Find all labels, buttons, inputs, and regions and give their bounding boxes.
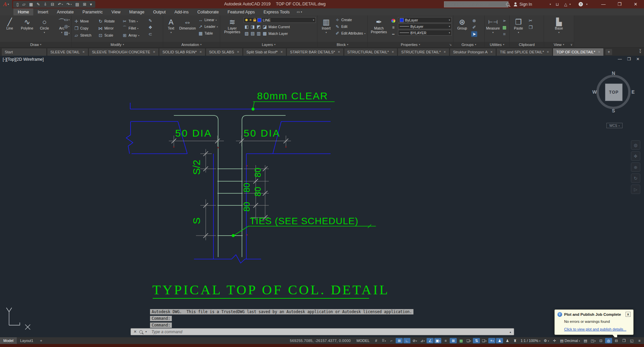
orbit-icon[interactable]: ↻: [631, 174, 640, 183]
file-tab[interactable]: STARTER BAR DETAILS* ✕: [287, 48, 344, 56]
qat-icon[interactable]: ✎: [37, 2, 40, 7]
status-tool-icon[interactable]: ❒: [621, 338, 628, 343]
qat-icon[interactable]: ▱: [22, 2, 26, 7]
clipboard-mini-button[interactable]: ✂: [528, 18, 534, 23]
group-mini-button[interactable]: ⊗: [471, 18, 477, 23]
autodesk-app-icon[interactable]: △: [564, 0, 567, 8]
draw-tool-button[interactable]: ╱Line: [1, 16, 18, 42]
zoom-icon[interactable]: ⊕: [631, 162, 640, 172]
notification-link[interactable]: Click to view plot and publish details..…: [564, 327, 626, 331]
panel-label-layers[interactable]: Layers▾: [220, 42, 317, 47]
modify-mini-button[interactable]: ✎: [147, 18, 153, 23]
modify-tool-button[interactable]: ⊞Array: [121, 32, 146, 39]
ribbon-tab[interactable]: Home: [13, 8, 33, 15]
qat-icon[interactable]: ⇩: [44, 2, 47, 7]
file-tab[interactable]: TOP OF COL.DETAIL* ✕: [553, 48, 604, 56]
file-tab[interactable]: SLEEVE THROUGH CONCRETE ✕: [89, 48, 159, 56]
layout1-tab[interactable]: Layout1: [17, 337, 37, 344]
viewcube-top-face[interactable]: TOP: [605, 84, 623, 101]
qat-icon[interactable]: ↷: [66, 2, 71, 7]
group-mini-button[interactable]: ✐: [471, 24, 477, 30]
drawing-canvas[interactable]: 80mm CLEAR 50 DIA 50 DIA S/2 S 80 80 80 …: [0, 56, 644, 337]
status-toggle-icon[interactable]: ▣: [434, 338, 441, 343]
isolate-objects-icon[interactable]: ✛: [551, 338, 558, 343]
draw-mini-button[interactable]: ▭: [64, 17, 70, 22]
match-layer-button[interactable]: Match Layer: [268, 32, 288, 36]
panel-label-utilities[interactable]: Utilities▾: [485, 42, 509, 47]
status-toggle-icon[interactable]: ⊠: [450, 338, 457, 343]
match-properties-button[interactable]: ✒Match Properties: [369, 16, 389, 42]
new-tab-button[interactable]: +: [605, 49, 612, 55]
status-toggle-icon[interactable]: ❏: [481, 338, 488, 343]
status-toggle-icon[interactable]: ⇅: [473, 338, 480, 343]
qat-icon[interactable]: ▾: [90, 2, 92, 7]
model-space-badge[interactable]: MODEL: [356, 339, 369, 343]
draw-mini-button[interactable]: ◎: [64, 23, 70, 29]
close-tab-icon[interactable]: ✕: [281, 50, 283, 54]
file-tab[interactable]: Start ✕: [1, 48, 47, 56]
close-tab-icon[interactable]: ✕: [237, 50, 240, 54]
sign-in-dropdown-icon[interactable]: ▾: [550, 0, 551, 8]
full-navigation-wheel-icon[interactable]: ◍: [631, 140, 640, 150]
ribbon-tab[interactable]: Express Tools: [259, 8, 294, 15]
dimension-button[interactable]: ⇔Dimension: [178, 16, 197, 42]
drawing-area[interactable]: 80mm CLEAR 50 DIA 50 DIA S/2 S 80 80 80 …: [0, 56, 644, 337]
annotation-tool-button[interactable]: ▦Table: [197, 30, 218, 37]
status-toggle-icon[interactable]: ⊘: [411, 338, 418, 343]
layer-tool-icon[interactable]: ◧: [244, 24, 250, 30]
panel-label-block[interactable]: Block▾: [317, 42, 367, 47]
close-tab-icon[interactable]: ✕: [82, 50, 85, 54]
linetype-icon[interactable]: ╍: [390, 31, 396, 37]
pan-icon[interactable]: ✥: [631, 151, 640, 161]
layer-select[interactable]: ☀ LINE ▾: [244, 17, 316, 23]
new-layout-button[interactable]: +: [37, 337, 45, 344]
viewcube-north[interactable]: N: [612, 70, 615, 76]
status-toggle-icon[interactable]: ⌖: [488, 338, 495, 343]
ribbon-tab[interactable]: Collaborate: [193, 8, 223, 15]
base-button[interactable]: ▙Base: [551, 16, 567, 42]
qat-icon[interactable]: ▤: [76, 2, 79, 7]
status-toggle-icon[interactable]: ♟: [496, 338, 503, 343]
status-toggle-icon[interactable]: ⌐: [388, 338, 395, 343]
layer-tool-icon[interactable]: ◨: [250, 24, 256, 30]
utility-mini-button[interactable]: ▩: [501, 24, 507, 30]
status-toggle-icon[interactable]: ⊿: [419, 338, 426, 343]
dialog-launcher-icon[interactable]: ↘: [449, 43, 452, 46]
modify-tool-button[interactable]: ⌒Fillet: [121, 25, 146, 32]
restore-button[interactable]: ❐: [614, 0, 625, 8]
lineweight-icon[interactable]: ≡: [390, 24, 396, 30]
command-close-icon[interactable]: ✕: [134, 330, 137, 334]
command-line[interactable]: ✕ ▾ Type a command ▴: [131, 328, 514, 335]
layer-properties-button[interactable]: ≋Layer Properties: [221, 16, 243, 42]
clipboard-mini-button[interactable]: ❐: [528, 24, 534, 30]
ribbon-tab[interactable]: Manage: [125, 8, 149, 15]
file-tab[interactable]: Struktur Potongan A ✕: [450, 48, 496, 56]
lineweight-select[interactable]: BYLAYER▾: [398, 30, 452, 36]
status-tool-icon[interactable]: ◎: [605, 338, 612, 343]
panel-label-properties[interactable]: Properties▾↘: [368, 42, 453, 47]
panel-label-draw[interactable]: Draw▾: [0, 42, 71, 47]
model-tab[interactable]: Model: [0, 337, 17, 344]
block-tool-button[interactable]: ✎Edit: [334, 23, 366, 30]
ribbon-tab[interactable]: Parametric: [78, 8, 107, 15]
close-tab-icon[interactable]: ✕: [598, 50, 601, 54]
user-icon[interactable]: [513, 0, 517, 8]
ribbon-tab[interactable]: Annotate: [53, 8, 78, 15]
close-tab-icon[interactable]: ✕: [490, 50, 493, 54]
object-color-select[interactable]: ByLayer▾: [398, 17, 452, 23]
group-mini-button[interactable]: ➤: [471, 31, 477, 37]
qat-icon[interactable]: ▦: [29, 2, 33, 7]
modify-tool-button[interactable]: ⊡Scale: [97, 32, 121, 39]
command-search-icon[interactable]: [139, 330, 143, 334]
help-icon[interactable]: ?: [579, 0, 583, 8]
panel-label-clipboard[interactable]: Clipboard: [510, 42, 544, 47]
doc-minimize-icon[interactable]: —: [618, 57, 622, 61]
panel-label-view[interactable]: View▾∨: [544, 42, 574, 47]
group-button[interactable]: ⊛Group: [455, 16, 469, 42]
modify-mini-button[interactable]: ❖: [147, 24, 153, 30]
viewcube-east[interactable]: E: [632, 89, 635, 95]
command-dropdown-icon[interactable]: ▾: [145, 330, 147, 333]
status-toggle-icon[interactable]: ∟: [403, 338, 410, 343]
paste-button[interactable]: ❒Paste: [511, 16, 526, 42]
modify-tool-button[interactable]: ▱Stretch: [73, 32, 97, 39]
